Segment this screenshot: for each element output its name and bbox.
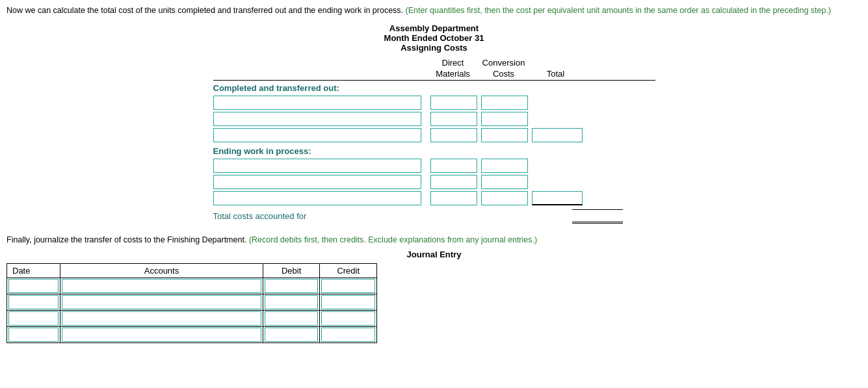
journal-row2-accounts[interactable] [62,295,261,309]
journal-row2-debit[interactable] [265,295,319,309]
journal-row4-accounts[interactable] [62,328,261,342]
journal-row4-debit[interactable] [265,328,319,342]
completed-row1-label[interactable] [213,96,421,110]
journal-col-date: Date [7,263,60,278]
journal-table: Date Accounts Debit Credit [7,263,377,343]
department-period: Month Ended October 31 [7,33,861,43]
ending-row1-label[interactable] [213,159,421,173]
department-name: Assembly Department [7,23,861,33]
journal-row1-accounts[interactable] [62,279,261,293]
completed-row1-cc[interactable] [481,96,528,110]
ending-row3-cc[interactable] [481,191,528,205]
ending-row2-cc[interactable] [481,175,528,189]
ending-row1-dm[interactable] [430,159,477,173]
ending-row2-dm[interactable] [430,175,477,189]
journal-row-2 [7,294,377,310]
completed-row2-cc[interactable] [481,112,528,126]
journal-row1-debit[interactable] [265,279,319,293]
completed-row3-total[interactable] [532,128,583,142]
completed-row2-dm[interactable] [430,112,477,126]
total-costs-value[interactable] [572,210,623,223]
instruction-text: Now we can calculate the total cost of t… [7,5,861,17]
journal-row-4 [7,326,377,343]
completed-row3-cc[interactable] [481,128,528,142]
ending-section-label: Ending work in process: [213,146,655,156]
ending-row1-cc[interactable] [481,159,528,173]
col-header-conversion: Conversion [479,58,529,68]
journal-row4-credit[interactable] [321,328,375,342]
section-title: Assigning Costs [7,43,861,53]
journal-col-credit: Credit [320,263,377,278]
col-subheader-materials: Materials [428,69,479,79]
journal-row3-accounts[interactable] [62,311,261,326]
journal-row3-debit[interactable] [265,311,319,326]
ending-row3-total[interactable] [532,191,583,205]
journal-row1-date[interactable] [8,279,59,293]
ending-row2-label[interactable] [213,175,421,189]
journal-row1-credit[interactable] [321,279,375,293]
journal-instruction: Finally, journalize the transfer of cost… [7,235,861,244]
journal-col-accounts: Accounts [60,263,263,278]
journal-col-debit: Debit [263,263,320,278]
journal-row4-date[interactable] [8,328,59,342]
completed-row3-dm[interactable] [430,128,477,142]
journal-row3-date[interactable] [8,311,59,326]
journal-row-3 [7,310,377,326]
completed-section-label: Completed and transferred out: [213,83,655,93]
ending-row3-dm[interactable] [430,191,477,205]
journal-title: Journal Entry [7,250,861,259]
journal-row2-date[interactable] [8,295,59,309]
completed-row2-label[interactable] [213,112,421,126]
completed-row3-label[interactable] [213,128,421,142]
col-header-direct: Direct [428,58,479,68]
col-subheader-total: Total [529,69,583,79]
ending-row3-label[interactable] [213,191,421,205]
col-subheader-costs: Costs [479,69,529,79]
journal-row-1 [7,278,377,294]
journal-row3-credit[interactable] [321,311,375,326]
completed-row1-dm[interactable] [430,96,477,110]
journal-row2-credit[interactable] [321,295,375,309]
total-costs-label: Total costs accounted for [213,211,472,221]
